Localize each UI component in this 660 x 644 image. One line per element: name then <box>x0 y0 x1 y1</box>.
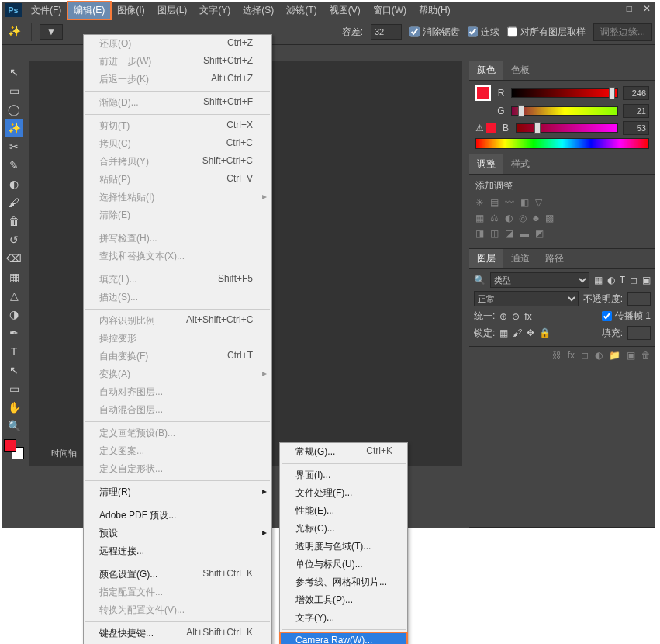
zoom-tool[interactable]: 🔍 <box>5 417 23 435</box>
r-slider[interactable] <box>511 88 618 98</box>
pen-tool[interactable]: ✒ <box>5 324 23 341</box>
filter-shape-icon[interactable]: ◻ <box>630 275 638 286</box>
blur-tool[interactable]: △ <box>5 287 23 304</box>
history-brush-tool[interactable]: ↺ <box>5 231 23 248</box>
menu-item[interactable]: 键盘快捷键...Alt+Shift+Ctrl+K <box>84 625 271 642</box>
unify-style-icon[interactable]: fx <box>524 311 531 322</box>
link-icon[interactable]: ⛓ <box>552 350 562 361</box>
eyedropper-tool[interactable]: ✎ <box>5 157 23 174</box>
color-tab[interactable]: 颜色 <box>469 61 503 80</box>
paths-tab[interactable]: 路径 <box>537 249 572 268</box>
g-slider[interactable] <box>511 106 618 116</box>
channel-mixer-icon[interactable]: ♣ <box>533 213 539 223</box>
posterize-icon[interactable]: ◫ <box>490 228 499 239</box>
opacity-input[interactable] <box>627 292 651 306</box>
menu-item[interactable]: 远程连接... <box>84 542 271 560</box>
lock-move-icon[interactable]: ✥ <box>527 327 534 338</box>
antialias-checkbox[interactable] <box>409 24 420 40</box>
filter-kind-select[interactable]: 类型 <box>490 272 589 288</box>
lookup-icon[interactable]: ▩ <box>545 213 554 223</box>
layers-tab[interactable]: 图层 <box>469 249 503 268</box>
lasso-tool[interactable]: ◯ <box>5 101 23 118</box>
group-icon[interactable]: 📁 <box>609 350 620 361</box>
menu-item[interactable]: 透明度与色域(T)... <box>280 538 407 556</box>
magic-wand-tool[interactable]: ✨ <box>5 119 23 137</box>
menu-type[interactable]: 文字(Y) <box>193 2 237 19</box>
current-tool-icon[interactable]: ✨ <box>5 23 23 40</box>
hue-strip[interactable] <box>475 138 649 149</box>
menu-help[interactable]: 帮助(H) <box>413 2 457 19</box>
tool-preset-dropdown[interactable]: ▼ <box>40 24 63 40</box>
gradient-map-icon[interactable]: ▬ <box>520 228 529 239</box>
levels-icon[interactable]: ▤ <box>490 197 499 208</box>
menu-layer[interactable]: 图层(L) <box>151 2 194 19</box>
menu-view[interactable]: 视图(V) <box>323 2 367 19</box>
menu-item[interactable]: 光标(C)... <box>280 520 407 538</box>
invert-icon[interactable]: ◨ <box>475 228 484 239</box>
shape-tool[interactable]: ▭ <box>5 380 23 397</box>
menu-item[interactable]: 颜色设置(G)...Shift+Ctrl+K <box>84 566 271 583</box>
blend-mode-select[interactable]: 正常 <box>474 291 579 306</box>
g-value[interactable] <box>623 104 649 118</box>
dodge-tool[interactable]: ◑ <box>5 306 23 323</box>
b-value[interactable] <box>623 121 649 135</box>
fill-input[interactable] <box>627 326 651 340</box>
lock-all-icon[interactable]: 🔒 <box>539 327 551 338</box>
menu-item[interactable]: Adobe PDF 预设... <box>84 507 271 525</box>
menu-item[interactable]: 参考线、网格和切片... <box>280 573 407 591</box>
tolerance-input[interactable] <box>371 24 402 40</box>
minimize-button[interactable]: — <box>606 3 616 14</box>
channels-tab[interactable]: 通道 <box>503 249 537 268</box>
menu-item[interactable]: 常规(G)...Ctrl+K <box>280 443 407 461</box>
bw-icon[interactable]: ◐ <box>505 213 513 223</box>
r-value[interactable] <box>623 86 649 100</box>
refine-edge-button[interactable]: 调整边缘... <box>593 23 652 41</box>
brightness-icon[interactable]: ☀ <box>475 197 484 208</box>
close-button[interactable]: ✕ <box>643 3 651 14</box>
trash-icon[interactable]: 🗑 <box>641 350 651 361</box>
menu-item[interactable]: 增效工具(P)... <box>280 591 407 609</box>
lock-pixel-icon[interactable]: ▦ <box>499 327 508 338</box>
path-select-tool[interactable]: ↖ <box>5 362 23 379</box>
color-swatch[interactable] <box>475 85 491 101</box>
maximize-button[interactable]: □ <box>627 3 632 14</box>
contiguous-checkbox[interactable] <box>468 24 478 40</box>
photo-filter-icon[interactable]: ◎ <box>519 213 527 223</box>
filter-type-icon[interactable]: T <box>620 275 625 286</box>
menu-item[interactable]: 清理(R)▸ <box>84 483 271 501</box>
mask-icon[interactable]: ◻ <box>581 350 589 361</box>
hue-sat-icon[interactable]: ▦ <box>475 213 484 223</box>
b-slider[interactable] <box>516 123 618 133</box>
curves-icon[interactable]: 〰 <box>505 197 514 208</box>
fx-icon[interactable]: fx <box>568 350 575 361</box>
styles-tab[interactable]: 样式 <box>503 154 537 174</box>
timeline-tab[interactable]: 时间轴 <box>51 448 77 459</box>
menu-item[interactable]: 单位与标尺(U)... <box>280 556 407 573</box>
hand-tool[interactable]: ✋ <box>5 399 23 416</box>
unify-vis-icon[interactable]: ⊙ <box>512 311 520 322</box>
filter-smart-icon[interactable]: ▣ <box>642 275 651 286</box>
menu-item[interactable]: 界面(I)... <box>280 466 407 484</box>
exposure-icon[interactable]: ◧ <box>520 197 529 208</box>
warn-swatch[interactable] <box>486 123 496 133</box>
unify-pos-icon[interactable]: ⊕ <box>499 311 507 322</box>
brush-tool[interactable]: 🖌 <box>5 194 23 211</box>
color-balance-icon[interactable]: ⚖ <box>490 213 499 223</box>
filter-adj-icon[interactable]: ◐ <box>607 275 615 286</box>
menu-item[interactable]: 文字(Y)... <box>280 609 407 627</box>
menu-select[interactable]: 选择(S) <box>237 2 280 19</box>
menu-filter[interactable]: 滤镜(T) <box>280 2 323 19</box>
marquee-tool[interactable]: ▭ <box>5 82 23 99</box>
selective-color-icon[interactable]: ◩ <box>535 228 544 239</box>
menu-item[interactable]: 性能(E)... <box>280 502 407 520</box>
menu-edit[interactable]: 编辑(E) <box>67 2 111 19</box>
filter-pixel-icon[interactable]: ▦ <box>594 275 603 286</box>
threshold-icon[interactable]: ◪ <box>505 228 513 239</box>
propagate-checkbox[interactable] <box>602 311 612 321</box>
menu-image[interactable]: 图像(I) <box>111 2 150 19</box>
lock-brush-icon[interactable]: 🖌 <box>513 327 522 338</box>
menu-item[interactable]: 文件处理(F)... <box>280 484 407 502</box>
stamp-tool[interactable]: 🗑 <box>5 213 23 230</box>
type-tool[interactable]: T <box>5 343 23 360</box>
spot-heal-tool[interactable]: ◐ <box>5 175 23 192</box>
